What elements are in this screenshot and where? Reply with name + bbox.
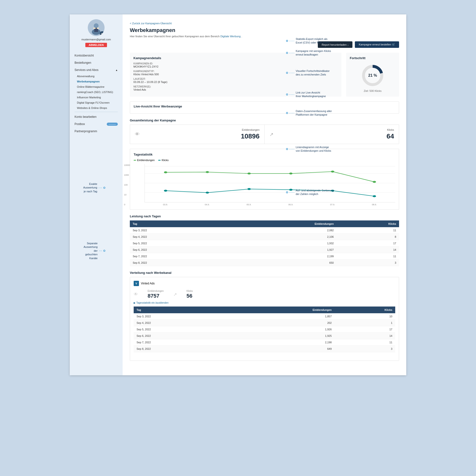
sidebar-item-konto[interactable]: Kontoübersicht — [70, 52, 123, 59]
legend-klicks-dot — [158, 160, 161, 161]
table-row: Sep 5, 2022 1,932 17 — [130, 240, 399, 247]
cell-einblendungen: 202 — [223, 320, 335, 326]
table-row: Sep 8, 2022 650 3 — [130, 260, 399, 266]
cell-tag: Sep 6, 2022 — [130, 247, 222, 253]
svg-point-19 — [206, 192, 209, 193]
cell-klicks: 8 — [337, 234, 399, 240]
progress-donut: 21 % — [361, 64, 385, 87]
y-axis-labels: 10000 1000 100 10 0 — [124, 164, 130, 206]
einblendungen-metric: 👁 Einblendungen 10896 — [130, 124, 264, 144]
svg-point-1 — [94, 23, 99, 28]
svg-point-16 — [331, 171, 334, 173]
cell-einblendungen: 1,925 — [223, 333, 335, 339]
legend-einblendungen: Einblendungen — [134, 159, 154, 162]
cell-tag: Sep 3, 2022 — [130, 227, 222, 234]
cell-einblendungen: 2,198 — [223, 339, 335, 346]
gesamtleistung-title: Gesamtleistung der Kampagne — [130, 119, 399, 122]
sidebar-item-services[interactable]: Services und Abos ▲ — [70, 66, 123, 74]
cell-einblendungen: 1,932 — [222, 240, 337, 247]
ann-daten: Daten-Zusammenfassung allerPlattformen d… — [286, 109, 332, 117]
back-link[interactable]: < Zurück zur Kampagnen-Übersicht — [130, 22, 172, 25]
cell-klicks: 11 — [337, 253, 399, 260]
main-container: 📷 mustermann@gmail.com ABMELDEN Kontoübe… — [70, 15, 406, 375]
leistung-title: Leistung nach Tagen — [130, 214, 399, 218]
ann-left-separate: Separate Auswertungder gebuchten Kanäle — [82, 242, 105, 260]
table-row: Sep 7, 2022 2,198 11 — [134, 339, 395, 346]
svg-point-20 — [247, 188, 251, 190]
leistung-tbody: Sep 3, 2022 2,082 11 Sep 4, 2022 2,106 8… — [130, 227, 399, 266]
col-einblendungen[interactable]: Einblendungen — [222, 221, 337, 227]
toggle-tagesstatistik[interactable]: ▶ Tagesstatistik ein-/ausblenden — [134, 302, 395, 304]
ann-fortschritt: Visueller Fortschrittsindikatordes zu er… — [286, 69, 330, 77]
kampagnen-details-title: Kampagnendetails — [134, 56, 338, 60]
table-row: Sep 4, 2022 2,106 8 — [130, 234, 399, 240]
nav-separator — [74, 112, 118, 112]
svg-point-12 — [164, 171, 167, 173]
table-row: Sep 3, 2022 2,082 11 — [130, 227, 399, 234]
sidebar-item-partner[interactable]: Partnerprogramm — [70, 128, 123, 135]
cell-tag: Sep 4, 2022 — [130, 234, 222, 240]
vinted-header: V Vinted Ads — [134, 281, 395, 286]
svg-point-13 — [206, 171, 209, 173]
leistung-section: Leistung nach Tagen Tag Einblendungen Kl… — [130, 214, 399, 266]
cell-klicks: 14 — [337, 247, 399, 253]
ann-live-ansicht: Link zur Live-AnsichtIhrer Marketingkamp… — [286, 91, 326, 98]
progress-percent: 21 % — [368, 73, 377, 78]
table-row: Sep 5, 2022 1,926 17 — [134, 326, 395, 333]
digitale-werbung-link[interactable]: Digitale Werbung — [221, 35, 241, 38]
sidebar-item-influencer[interactable]: Influencer Marketing — [77, 95, 123, 100]
ann-text: Statistik-Export möglich alsExcel (CSV) … — [296, 37, 329, 45]
fortschritt-title: Fortschritt — [350, 56, 365, 60]
live-ansicht-box: Live-Ansicht Ihrer Werbeanzeige — [130, 102, 399, 114]
eye-icon: 👁 — [135, 132, 140, 137]
kanal-einblendungen: Einblendungen 8757 — [148, 290, 164, 299]
sidebar-subnav: Aboverwaltung Werbekampagnen Online Blät… — [70, 74, 123, 111]
cell-einblendungen: 1,857 — [223, 313, 335, 320]
sidebar: 📷 mustermann@gmail.com ABMELDEN Kontoübe… — [70, 15, 123, 375]
cell-klicks: 3 — [337, 260, 399, 266]
table-row: Sep 6, 2022 1,927 14 — [130, 247, 399, 253]
table-row: Sep 4, 2022 202 1 — [134, 320, 395, 326]
sidebar-item-abo[interactable]: Aboverwaltung — [77, 74, 123, 79]
cell-klicks: 14 — [335, 333, 395, 339]
col-tag: Tag — [130, 221, 222, 227]
live-ansicht-title: Live-Ansicht Ihrer Werbeanzeige — [134, 104, 395, 108]
svg-rect-5 — [97, 28, 99, 29]
detail-netzwerk: Netzwerk(e): Vinted Ads — [134, 85, 338, 91]
table-row: Sep 3, 2022 1,857 10 — [134, 313, 395, 320]
cell-tag: Sep 3, 2022 — [134, 313, 223, 320]
cell-einblendungen: 2,106 — [222, 234, 337, 240]
svg-point-23 — [373, 195, 376, 197]
abmelden-button[interactable]: ABMELDEN — [85, 43, 107, 47]
chevron-icon: ▲ — [115, 69, 118, 71]
cell-tag: Sep 6, 2022 — [134, 333, 223, 339]
ann-statistik-export: Statistik-Export möglich alsExcel (CSV) … — [286, 37, 409, 45]
svg-point-18 — [164, 190, 167, 192]
sidebar-item-bestellungen[interactable]: Bestellungen — [70, 59, 123, 66]
postbox-badge: ——— — [107, 123, 118, 126]
sidebar-item-digital[interactable]: Digital Signage FLY2screen — [77, 100, 123, 105]
sidebar-item-postbox[interactable]: Postbox ——— — [70, 120, 123, 128]
cell-klicks: 17 — [337, 240, 399, 247]
vcol-klicks[interactable]: Klicks — [335, 306, 395, 313]
svg-point-17 — [373, 181, 376, 183]
ann-sortierung: Auf- und absteigende Sortierungder Zahle… — [286, 189, 334, 196]
vinted-name: Vinted Ads — [141, 282, 154, 285]
cell-tag: Sep 7, 2022 — [130, 253, 222, 260]
avatar: 📷 — [88, 19, 104, 36]
cell-tag: Sep 8, 2022 — [130, 260, 222, 266]
ann-kampagne-klicks: Kampagne mit wenigen Klickserneut beauft… — [286, 49, 331, 57]
vcol-einblendungen[interactable]: Einblendungen — [223, 306, 335, 313]
table-row: Sep 8, 2022 649 3 — [134, 346, 395, 352]
sidebar-item-werbe[interactable]: Werbekampagnen — [77, 79, 123, 84]
sidebar-item-konto-bearb[interactable]: Konto bearbeiten — [70, 113, 123, 120]
col-klicks[interactable]: Klicks — [337, 221, 399, 227]
einblendungen-value: 10896 — [241, 133, 260, 140]
klicks-label: Klicks — [387, 128, 394, 131]
tagestatistik-title: Tagestatistik — [134, 153, 395, 156]
main-content: < Zurück zur Kampagnen-Übersicht Werbeka… — [123, 15, 406, 375]
sidebar-item-ranking[interactable]: rankingCoach (SEO, LISTING) — [77, 89, 123, 95]
cell-einblendungen: 2,199 — [222, 253, 337, 260]
sidebar-item-websites[interactable]: Websites & Online-Shops — [77, 105, 123, 111]
sidebar-item-magazine[interactable]: Online Blättermagazine — [77, 84, 123, 89]
